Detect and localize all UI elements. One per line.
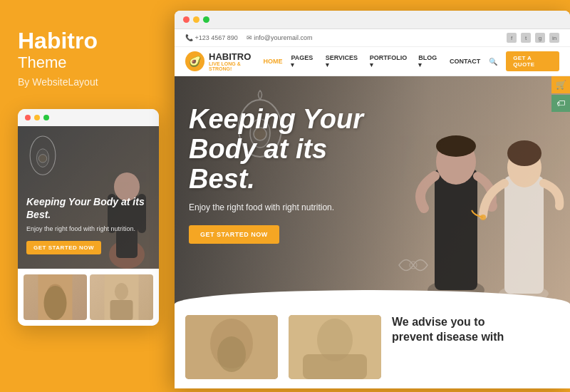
bottom-thumb-2-image <box>289 315 381 379</box>
mobile-thumb-2 <box>90 274 153 320</box>
brand-title: Habitro <box>18 29 98 53</box>
browser-dot-red <box>183 16 190 23</box>
mobile-dot-yellow <box>34 115 40 120</box>
site-topbar: 📞 +123 4567 890 ✉ info@youremail.com f t… <box>175 29 570 47</box>
hero-content: Keeping Your Body at its Best. Enjoy the… <box>189 105 388 244</box>
logo-area: 🥑 HABITRO LIVE LONG & STRONG! <box>185 51 263 71</box>
search-icon[interactable]: 🔍 <box>489 58 497 66</box>
mobile-dot-green <box>43 115 49 120</box>
site-hero: 🛒 🏷 Keeping Your Body at its Best. Enjoy… <box>175 76 570 304</box>
hero-cta-button[interactable]: GET STARTED NOW <box>189 225 279 244</box>
left-panel: Habitro Theme By WebsiteLayout <box>0 0 171 392</box>
brand-subtitle: Theme <box>18 53 66 72</box>
topbar-email: ✉ info@youremail.com <box>247 34 313 41</box>
nav-home[interactable]: HOME <box>263 58 282 65</box>
mobile-browser-bar <box>18 109 159 126</box>
mobile-hero-title: Keeping Your Body at its Best. <box>26 195 150 221</box>
mobile-hero-content: Keeping Your Body at its Best. Enjoy the… <box>26 195 150 254</box>
bottom-text: We advise you to prevent disease with <box>392 315 559 348</box>
bottom-heading: We advise you to prevent disease with <box>392 315 559 345</box>
mobile-thumb-1 <box>24 274 87 320</box>
logo-text: HABITRO LIVE LONG & STRONG! <box>209 52 263 71</box>
mobile-thumb-1-image <box>24 274 87 320</box>
bottom-thumbnail-1 <box>185 315 278 379</box>
svg-point-30 <box>217 336 246 372</box>
hero-chalk-decoration <box>388 240 438 290</box>
svg-point-12 <box>115 283 128 300</box>
mobile-hero-section: Keeping Your Body at its Best. Enjoy the… <box>18 126 159 269</box>
svg-rect-33 <box>303 354 367 379</box>
browser-dot-yellow <box>193 16 200 23</box>
twitter-icon[interactable]: t <box>521 33 531 43</box>
googleplus-icon[interactable]: g <box>535 33 545 43</box>
logo-icon: 🥑 <box>185 51 204 71</box>
svg-point-2 <box>38 155 46 163</box>
brand-by: By WebsiteLayout <box>18 76 98 88</box>
bottom-thumbnail-2 <box>289 315 381 379</box>
get-quote-button[interactable]: GET A QUOTE <box>506 51 559 71</box>
svg-point-10 <box>44 286 67 320</box>
logo-tagline: LIVE LONG & STRONG! <box>209 61 263 71</box>
browser-dot-green <box>203 16 209 23</box>
svg-point-26 <box>480 215 486 220</box>
mobile-dot-red <box>25 115 31 120</box>
topbar-right: f t g in <box>507 33 559 43</box>
topbar-phone: 📞 +123 4567 890 <box>185 34 238 41</box>
svg-rect-18 <box>435 169 477 290</box>
bottom-thumb-1-image <box>185 315 278 379</box>
nav-portfolio[interactable]: PORTFOLIO ▾ <box>370 54 410 68</box>
mobile-cta-button[interactable]: GET STARTED NOW <box>26 241 101 254</box>
cart-icon[interactable]: 🛒 <box>551 76 570 93</box>
topbar-left: 📞 +123 4567 890 ✉ info@youremail.com <box>185 34 313 41</box>
svg-rect-13 <box>110 300 133 320</box>
mobile-avocado-sketch <box>25 130 61 176</box>
svg-point-25 <box>507 140 542 166</box>
mobile-bottom-thumbnails <box>18 269 159 326</box>
linkedin-icon[interactable]: in <box>549 33 559 43</box>
cart-icons: 🛒 🏷 <box>551 76 570 112</box>
nav-services[interactable]: SERVICES ▾ <box>326 54 361 68</box>
nav-pages[interactable]: PAGES ▾ <box>291 54 316 68</box>
svg-rect-23 <box>504 176 544 294</box>
nav-blog[interactable]: BLOG ▾ <box>418 54 441 68</box>
nav-contact[interactable]: CONTACT <box>450 58 480 65</box>
mobile-hero-subtitle: Enjoy the right food with right nutritio… <box>26 225 150 232</box>
hero-subtitle: Enjoy the right food with right nutritio… <box>189 202 388 212</box>
mobile-thumb-2-image <box>90 274 153 320</box>
mobile-preview: Keeping Your Body at its Best. Enjoy the… <box>18 109 159 326</box>
browser-mockup: 📞 +123 4567 890 ✉ info@youremail.com f t… <box>175 11 570 388</box>
hero-title: Keeping Your Body at its Best. <box>189 105 388 194</box>
nav-links: HOME PAGES ▾ SERVICES ▾ PORTFOLIO ▾ BLOG… <box>263 51 559 71</box>
site-bottom: We advise you to prevent disease with <box>175 304 570 388</box>
browser-bar <box>175 11 570 29</box>
site-nav: 🥑 HABITRO LIVE LONG & STRONG! HOME PAGES… <box>175 47 570 76</box>
logo-name: HABITRO <box>209 52 263 61</box>
svg-point-21 <box>436 135 476 157</box>
facebook-icon[interactable]: f <box>507 33 517 43</box>
tag-icon[interactable]: 🏷 <box>551 95 570 112</box>
